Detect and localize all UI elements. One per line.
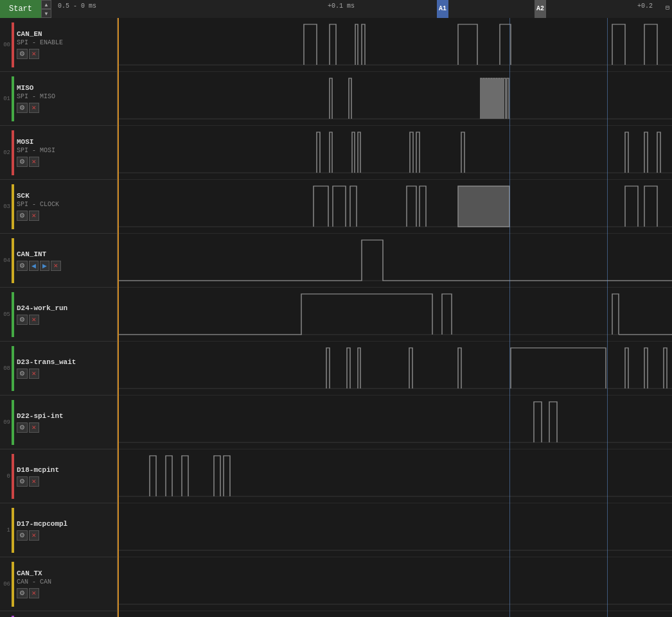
- waveform-svg-can-en: [118, 18, 672, 71]
- waveform-row-can-rx[interactable]: Extended CAN Identifier: 0x1FFE87FF Ctrl…: [118, 611, 672, 617]
- waveform-area[interactable]: Extended CAN Identifier: 0x1FFE87FF Ctrl…: [118, 18, 672, 617]
- waveform-row-sck[interactable]: [118, 180, 672, 234]
- gear-btn-can-int[interactable]: ⚙: [17, 261, 28, 271]
- signal-color-d18: [12, 454, 14, 499]
- signal-row-can-int: 04 CAN_INT ⚙ ◀ ▶ ✕: [0, 234, 117, 288]
- signal-info-can-tx: CAN_TX CAN - CAN ⚙ ✕: [17, 569, 114, 598]
- waveform-row-can-tx[interactable]: [118, 557, 672, 611]
- signal-color-d23: [12, 346, 14, 391]
- close-btn-d23[interactable]: ✕: [29, 369, 39, 379]
- signal-name-d23: D23-trans_wait: [17, 358, 114, 366]
- signal-name-d17: D17-mcpcompl: [17, 520, 114, 528]
- prev-btn-can-int[interactable]: ◀: [29, 261, 39, 271]
- waveform-row-mosi[interactable]: [118, 126, 672, 180]
- close-btn-d18[interactable]: ✕: [29, 476, 39, 487]
- signal-info-sck: SCK SPI - CLOCK ⚙ ✕: [17, 192, 114, 221]
- signal-name-can-int: CAN_INT: [17, 250, 114, 258]
- waveform-row-miso[interactable]: [118, 72, 672, 126]
- signal-controls-sck: ⚙ ✕: [17, 211, 114, 221]
- marker-a2[interactable]: A2: [535, 0, 546, 18]
- close-btn-sck[interactable]: ✕: [29, 211, 39, 221]
- waveform-row-d17[interactable]: [118, 503, 672, 557]
- signal-controls-miso: ⚙ ✕: [17, 103, 114, 113]
- close-btn-can-tx[interactable]: ✕: [29, 588, 39, 598]
- signal-name-d22: D22-spi-int: [17, 412, 114, 420]
- gear-btn-d24[interactable]: ⚙: [17, 315, 28, 325]
- signal-type-can-en: SPI - ENABLE: [17, 39, 114, 46]
- signal-name-mosi: MOSI: [17, 138, 114, 146]
- close-btn-can-en[interactable]: ✕: [29, 49, 39, 59]
- signal-controls-d24: ⚙ ✕: [17, 315, 114, 325]
- waveform-svg-miso: [118, 72, 672, 125]
- scroll-up-button[interactable]: ▲: [41, 0, 51, 9]
- signal-index-10: 06: [1, 581, 12, 587]
- waveform-row-d18[interactable]: [118, 449, 672, 503]
- marker-a1[interactable]: A1: [437, 0, 448, 18]
- signal-type-sck: SPI - CLOCK: [17, 201, 114, 208]
- waveform-row-can-en[interactable]: [118, 18, 672, 72]
- gear-btn-d23[interactable]: ⚙: [17, 369, 28, 379]
- waveform-row-d23[interactable]: [118, 342, 672, 395]
- signal-index-7: 09: [1, 419, 12, 426]
- signal-info-d18: D18-mcpint ⚙ ✕: [17, 466, 114, 487]
- gear-btn-d18[interactable]: ⚙: [17, 476, 28, 487]
- signal-name-d24: D24-work_run: [17, 304, 114, 312]
- close-btn-can-int[interactable]: ✕: [51, 261, 61, 271]
- close-btn-d24[interactable]: ✕: [29, 315, 39, 325]
- timeline-ruler: 0.5 - 0 ms +0.1 ms +0.2: [51, 0, 672, 18]
- header-bar: Start ▲ ▼ 0.5 - 0 ms +0.1 ms +0.2 A1 A2 …: [0, 0, 672, 18]
- signal-info-mosi: MOSI SPI - MOSI ⚙ ✕: [17, 138, 114, 167]
- signal-row-d17: 1 D17-mcpcompl ⚙ ✕: [0, 503, 117, 557]
- signal-name-can-tx: CAN_TX: [17, 569, 114, 577]
- close-btn-mosi[interactable]: ✕: [29, 157, 39, 167]
- start-button[interactable]: Start: [0, 0, 41, 18]
- close-btn-miso[interactable]: ✕: [29, 103, 39, 113]
- signal-row-d22: 09 D22-spi-int ⚙ ✕: [0, 395, 117, 449]
- gear-btn-miso[interactable]: ⚙: [17, 103, 28, 113]
- signal-name-sck: SCK: [17, 192, 114, 200]
- svg-rect-4: [458, 186, 509, 227]
- signal-controls-d23: ⚙ ✕: [17, 369, 114, 379]
- gear-btn-sck[interactable]: ⚙: [17, 211, 28, 221]
- signal-index-0: 00: [1, 42, 12, 48]
- waveform-svg-can-rx: [118, 611, 672, 617]
- scroll-down-button[interactable]: ▼: [41, 9, 51, 18]
- signal-index-9: 1: [1, 527, 12, 534]
- signals-panel: 00 CAN_EN SPI - ENABLE ⚙ ✕ 01 MISO SPI: [0, 18, 118, 617]
- waveform-svg-d23: [118, 342, 672, 395]
- time-end-label: +0.2: [637, 3, 653, 10]
- signal-row-d23: 08 D23-trans_wait ⚙ ✕: [0, 342, 117, 395]
- gear-btn-can-tx[interactable]: ⚙: [17, 588, 28, 598]
- signal-name-can-en: CAN_EN: [17, 30, 114, 38]
- signal-color-mosi: [12, 130, 14, 175]
- timeline-header: 0.5 - 0 ms +0.1 ms +0.2 A1 A2 ⊟: [51, 0, 672, 18]
- collapse-button[interactable]: ⊟: [666, 4, 669, 12]
- signal-row-miso: 01 MISO SPI - MISO ⚙ ✕: [0, 72, 117, 126]
- waveform-row-d24[interactable]: [118, 288, 672, 342]
- signal-controls-d22: ⚙ ✕: [17, 422, 114, 433]
- time-mid-label: +0.1 ms: [328, 3, 355, 10]
- waveform-row-d22[interactable]: [118, 395, 672, 449]
- signal-info-d22: D22-spi-int ⚙ ✕: [17, 412, 114, 433]
- signal-type-mosi: SPI - MOSI: [17, 147, 114, 154]
- close-btn-d22[interactable]: ✕: [29, 422, 39, 433]
- signal-name-miso: MISO: [17, 84, 114, 92]
- gear-btn-d17[interactable]: ⚙: [17, 530, 28, 541]
- close-btn-d17[interactable]: ✕: [29, 530, 39, 541]
- signal-type-can-tx: CAN - CAN: [17, 578, 114, 586]
- gear-btn-can-en[interactable]: ⚙: [17, 49, 28, 59]
- gear-btn-d22[interactable]: ⚙: [17, 422, 28, 433]
- signal-row-can-en: 00 CAN_EN SPI - ENABLE ⚙ ✕: [0, 18, 117, 72]
- time-start-label: 0.5 - 0 ms: [58, 3, 96, 10]
- signal-color-d24: [12, 292, 14, 337]
- signal-info-can-en: CAN_EN SPI - ENABLE ⚙ ✕: [17, 30, 114, 59]
- signal-name-d18: D18-mcpint: [17, 466, 114, 474]
- signal-index-8: 0: [1, 473, 12, 480]
- gear-btn-mosi[interactable]: ⚙: [17, 157, 28, 167]
- waveform-svg-sck: [118, 180, 672, 233]
- signal-color-can-en: [12, 22, 14, 67]
- main-content: 00 CAN_EN SPI - ENABLE ⚙ ✕ 01 MISO SPI: [0, 18, 672, 617]
- next-btn-can-int[interactable]: ▶: [40, 261, 49, 271]
- waveform-row-can-int[interactable]: [118, 234, 672, 288]
- signal-info-d24: D24-work_run ⚙ ✕: [17, 304, 114, 325]
